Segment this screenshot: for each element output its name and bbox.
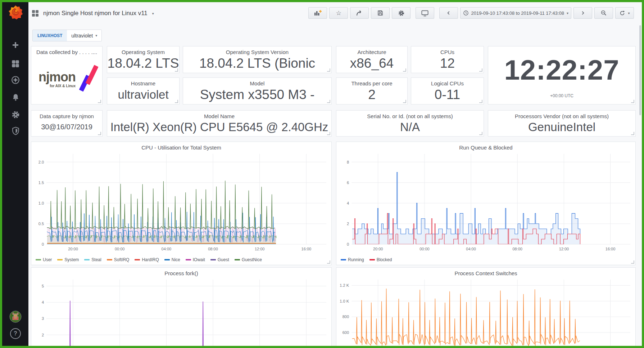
panel-resize-handle[interactable] — [327, 100, 330, 103]
svg-text:600: 600 — [343, 330, 349, 335]
settings-button[interactable] — [392, 7, 411, 19]
svg-text:3: 3 — [42, 316, 44, 321]
panel-resize-handle[interactable] — [479, 100, 482, 103]
panel-resize-handle[interactable] — [98, 132, 101, 135]
stat-value: 12 — [411, 55, 484, 73]
star-icon: ☆ — [336, 10, 341, 16]
legend-label: SoftIRQ — [114, 257, 130, 262]
grafana-dashboard: ? njmon Single Host njmon for Linux v11 … — [2, 2, 642, 346]
variable-value-dropdown[interactable]: ultraviolet ▾ — [67, 30, 101, 41]
panel-threads-per-core: Threads per core 2 — [336, 77, 408, 104]
help-icon: ? — [10, 328, 21, 339]
star-button[interactable]: ☆ — [329, 7, 348, 19]
time-forward-button[interactable] — [573, 7, 592, 19]
panel-resize-handle[interactable] — [479, 132, 482, 135]
panel-title[interactable]: Architecture — [336, 46, 407, 55]
zoom-out-button[interactable] — [594, 7, 613, 19]
svg-text:6: 6 — [347, 180, 349, 185]
panel-title[interactable]: Threads per core — [336, 78, 407, 86]
legend-item-GuestNice[interactable]: GuestNice — [235, 257, 262, 262]
legend-color-marker — [369, 259, 375, 260]
template-variable[interactable]: LINUXHOST ultraviolet ▾ — [32, 30, 102, 41]
panel-title[interactable]: Run Queue & Blocked — [336, 142, 635, 151]
panel-resize-handle[interactable] — [631, 260, 634, 264]
panel-title[interactable]: Process fork() — [31, 268, 331, 276]
process-context-switches-chart[interactable]: 6008001.0 K1.2 K — [339, 278, 633, 346]
njmon-logo-text: njmon — [38, 71, 76, 83]
process-fork-chart[interactable]: 012345 — [34, 278, 329, 346]
panel-processors-vendor: Processors Vendor (not on all systems) G… — [488, 110, 636, 137]
panel-title[interactable]: Operating System Version — [183, 46, 331, 55]
sidebar-item-help[interactable]: ? — [9, 327, 22, 340]
legend-color-marker — [210, 259, 216, 260]
panel-resize-handle[interactable] — [479, 68, 482, 72]
legend-item-SoftIRQ[interactable]: SoftIRQ — [107, 257, 130, 262]
sidebar-item-dashboards[interactable] — [9, 57, 22, 71]
panel-title[interactable]: Data capture by njmon — [31, 111, 102, 119]
legend-label: System — [64, 257, 79, 262]
panel-resize-handle[interactable] — [631, 132, 634, 135]
legend-item-User[interactable]: User — [36, 257, 52, 262]
panel-title[interactable]: CPUs — [411, 46, 484, 55]
legend-color-marker — [235, 259, 240, 260]
chart-legend: UserSystemStealSoftIRQHardIRQNiceIOwaitG… — [36, 257, 262, 262]
scrollbar-thumb[interactable] — [639, 25, 641, 115]
legend-color-marker — [164, 259, 170, 260]
cpu-utilisation-chart[interactable]: 00.51.01.52.020:0000:0004:0008:0012:0016… — [34, 152, 329, 252]
sidebar-item-create[interactable] — [9, 38, 22, 52]
refresh-interval-caret-icon[interactable]: ▾ — [628, 11, 630, 15]
sidebar-item-explore[interactable] — [9, 73, 22, 87]
sidebar-item-alerting[interactable] — [9, 90, 22, 104]
help-glyph: ? — [14, 330, 17, 337]
panel-resize-handle[interactable] — [327, 68, 330, 72]
panel-title[interactable]: Logical CPUs — [411, 78, 484, 86]
save-button[interactable] — [371, 7, 390, 19]
sidebar-item-profile[interactable] — [9, 310, 22, 324]
panel-resize-handle[interactable] — [327, 132, 330, 135]
legend-item-Running[interactable]: Running — [341, 257, 364, 262]
panel-operating-system-version: Operating System Version 18.04.2 LTS (Bi… — [183, 46, 332, 73]
share-button[interactable] — [350, 7, 369, 19]
panel-title[interactable]: Serial No. or Id. (not on all systems) — [336, 111, 484, 119]
panel-resize-handle[interactable] — [631, 100, 634, 103]
panel-title[interactable]: Operating System — [107, 46, 179, 55]
legend-item-HardIRQ[interactable]: HardIRQ — [135, 257, 159, 262]
refresh-button[interactable]: ▾ — [615, 7, 634, 19]
panel-resize-handle[interactable] — [175, 68, 178, 72]
zoom-out-icon — [600, 10, 607, 16]
legend-item-Nice[interactable]: Nice — [164, 257, 180, 262]
cycle-view-button[interactable] — [416, 7, 434, 19]
legend-item-IOwait[interactable]: IOwait — [186, 257, 205, 262]
panel-resize-handle[interactable] — [403, 100, 406, 103]
tv-icon — [421, 10, 429, 17]
panel-cpu-utilisation: CPU - Utilisation for Total System 00.51… — [31, 142, 332, 265]
legend-item-Blocked[interactable]: Blocked — [369, 257, 392, 262]
grafana-logo[interactable] — [8, 5, 23, 19]
panel-title[interactable]: CPU - Utilisation for Total System — [31, 142, 331, 151]
panel-resize-handle[interactable] — [175, 100, 178, 103]
panel-title[interactable]: Hostname — [107, 78, 179, 86]
title-caret-icon[interactable]: ▾ — [152, 12, 154, 15]
time-back-button[interactable] — [439, 7, 458, 19]
panel-title[interactable]: Processors Vendor (not on all systems) — [488, 111, 635, 119]
legend-item-Steal[interactable]: Steal — [84, 257, 101, 262]
dashboard-title[interactable]: njmon Single Host njmon for Linux v11 — [43, 10, 148, 17]
stat-value: 0-11 — [411, 86, 484, 104]
add-panel-button[interactable] — [308, 7, 327, 19]
time-range-picker[interactable]: 2019-09-10 17:43:08 to 2019-09-11 17:43:… — [460, 7, 571, 19]
legend-item-System[interactable]: System — [57, 257, 79, 262]
sidebar-item-server-admin[interactable] — [9, 124, 22, 138]
legend-color-marker — [57, 259, 63, 260]
legend-item-Guest[interactable]: Guest — [210, 257, 229, 262]
panel-resize-handle[interactable] — [403, 68, 406, 72]
sidebar-item-configuration[interactable] — [9, 108, 22, 121]
panel-title[interactable]: Data collected by . . . . .... — [31, 46, 102, 55]
panel-resize-handle[interactable] — [98, 100, 101, 103]
panel-title[interactable]: Process Context Switches — [336, 268, 635, 276]
panel-resize-handle[interactable] — [327, 260, 330, 264]
panel-title[interactable]: Model — [183, 78, 331, 86]
panel-title[interactable]: Model Name — [107, 111, 331, 119]
clock-icon — [463, 10, 469, 16]
stat-value: System x3550 M3 - — [183, 86, 331, 104]
run-queue-blocked-chart[interactable]: 0246820:0000:0004:0008:0012:0016:00 — [339, 152, 633, 252]
